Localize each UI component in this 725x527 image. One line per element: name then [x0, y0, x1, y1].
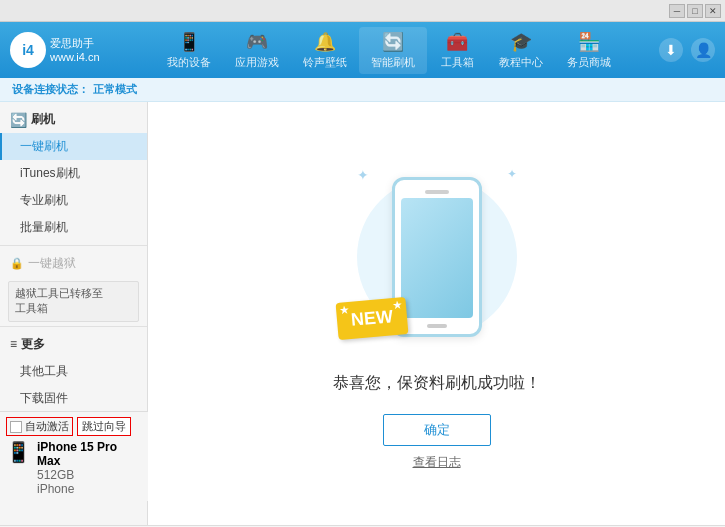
star-top-left: ✦ — [357, 167, 369, 183]
download-button[interactable]: ⬇ — [659, 38, 683, 62]
phone-speaker — [425, 190, 449, 194]
nav-device-icon: 📱 — [178, 31, 200, 53]
nav-tutorial-icon: 🎓 — [510, 31, 532, 53]
auto-activate-checkbox[interactable] — [10, 421, 22, 433]
auto-nav-button[interactable]: 跳过向导 — [77, 417, 131, 436]
more-section-icon: ≡ — [10, 337, 17, 351]
maximize-button[interactable]: □ — [687, 4, 703, 18]
nav-apps-games[interactable]: 🎮 应用游戏 — [223, 27, 291, 74]
nav-my-device[interactable]: 📱 我的设备 — [155, 27, 223, 74]
new-badge: NEW — [335, 297, 408, 340]
status-bar: 设备连接状态： 正常模式 — [0, 78, 725, 102]
view-log-link[interactable]: 查看日志 — [413, 454, 461, 471]
nav-toolbox-icon: 🧰 — [446, 31, 468, 53]
sidebar-item-pro-flash[interactable]: 专业刷机 — [0, 187, 147, 214]
flash-section-icon: 🔄 — [10, 112, 27, 128]
star-top-right: ✦ — [507, 167, 517, 181]
main-layout: 🔄 刷机 一键刷机 iTunes刷机 专业刷机 批量刷机 🔒 一键越狱 越狱工具… — [0, 102, 725, 525]
nav-apps-icon: 🎮 — [246, 31, 268, 53]
nav-services[interactable]: 🏪 务员商城 — [555, 27, 623, 74]
minimize-button[interactable]: ─ — [669, 4, 685, 18]
success-image: ✦ ✦ NEW — [347, 157, 527, 357]
nav-ringtones[interactable]: 🔔 铃声壁纸 — [291, 27, 359, 74]
nav-bar: 📱 我的设备 🎮 应用游戏 🔔 铃声壁纸 🔄 智能刷机 🧰 工具箱 🎓 教程中心… — [120, 27, 659, 74]
sidebar-divider-1 — [0, 245, 147, 246]
sidebar-item-itunes-flash[interactable]: iTunes刷机 — [0, 160, 147, 187]
sidebar-item-other-tools[interactable]: 其他工具 — [0, 358, 147, 385]
nav-ringtone-icon: 🔔 — [314, 31, 336, 53]
logo: i4 爱思助手 www.i4.cn — [10, 32, 100, 68]
sidebar-flash-title: 🔄 刷机 — [0, 106, 147, 133]
sidebar-item-download-firmware[interactable]: 下载固件 — [0, 385, 147, 412]
sidebar-more-title: ≡ 更多 — [0, 331, 147, 358]
sidebar-disabled-jailbreak: 🔒 一键越狱 — [0, 250, 147, 277]
nav-flash-icon: 🔄 — [382, 31, 404, 53]
sidebar: 🔄 刷机 一键刷机 iTunes刷机 专业刷机 批量刷机 🔒 一键越狱 越狱工具… — [0, 102, 148, 525]
auto-activate-row: 自动激活 跳过向导 — [6, 417, 142, 436]
sidebar-item-one-click-flash[interactable]: 一键刷机 — [0, 133, 147, 160]
sidebar-item-batch-flash[interactable]: 批量刷机 — [0, 214, 147, 241]
window-bar: ─ □ ✕ — [0, 0, 725, 22]
nav-smart-flash[interactable]: 🔄 智能刷机 — [359, 27, 427, 74]
nav-toolbox[interactable]: 🧰 工具箱 — [427, 27, 487, 74]
logo-icon: i4 — [10, 32, 46, 68]
device-section: 自动激活 跳过向导 📱 iPhone 15 Pro Max 512GB iPho… — [0, 411, 148, 501]
user-button[interactable]: 👤 — [691, 38, 715, 62]
device-details: iPhone 15 Pro Max 512GB iPhone — [37, 440, 142, 496]
confirm-button[interactable]: 确定 — [383, 414, 491, 446]
device-phone-icon: 📱 — [6, 440, 31, 464]
sidebar-notice: 越狱工具已转移至 工具箱 — [8, 281, 139, 322]
sidebar-divider-2 — [0, 326, 147, 327]
nav-services-icon: 🏪 — [578, 31, 600, 53]
phone-screen — [401, 198, 473, 318]
device-info: 📱 iPhone 15 Pro Max 512GB iPhone — [6, 440, 142, 496]
header: i4 爱思助手 www.i4.cn 📱 我的设备 🎮 应用游戏 🔔 铃声壁纸 🔄… — [0, 22, 725, 78]
phone-home-button — [427, 324, 447, 328]
header-right: ⬇ 👤 — [659, 38, 715, 62]
logo-text: 爱思助手 www.i4.cn — [50, 36, 100, 65]
auto-activate-checkbox-wrapper[interactable]: 自动激活 — [6, 417, 73, 436]
lock-icon: 🔒 — [10, 257, 24, 270]
close-button[interactable]: ✕ — [705, 4, 721, 18]
success-title: 恭喜您，保资料刷机成功啦！ — [333, 373, 541, 394]
nav-tutorials[interactable]: 🎓 教程中心 — [487, 27, 555, 74]
content-area: ✦ ✦ NEW 恭喜您，保资料刷机成功啦！ 确定 查看日志 — [148, 102, 725, 525]
